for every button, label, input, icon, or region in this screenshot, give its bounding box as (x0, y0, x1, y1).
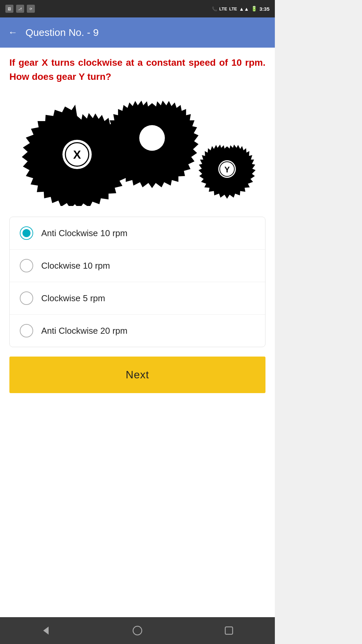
option-label-2: Clockwise 10 rpm (41, 261, 110, 271)
svg-point-5 (139, 125, 165, 151)
time-display: 3:35 (259, 6, 269, 12)
svg-point-11 (133, 626, 142, 635)
options-card: Anti Clockwise 10 rpm Clockwise 10 rpm C… (9, 217, 265, 347)
radio-button-4[interactable] (20, 324, 33, 337)
gear-svg: X Y (9, 92, 265, 206)
radio-button-3[interactable] (20, 291, 33, 305)
option-label-1: Anti Clockwise 10 rpm (41, 228, 127, 238)
gear-diagram: X Y (9, 92, 265, 206)
page-title: Question No. - 9 (25, 27, 99, 38)
photo-icon: 🖼 (5, 5, 13, 13)
call-icon: 📞 (212, 6, 217, 11)
usb-icon: ⎇ (16, 5, 24, 13)
radio-inner-1 (22, 229, 31, 237)
status-right: 📞 LTE LTE ▲▲ 🔋 3:35 (212, 6, 269, 12)
option-row-1[interactable]: Anti Clockwise 10 rpm (10, 217, 265, 250)
next-button[interactable]: Next (9, 357, 265, 393)
question-text: If gear X turns clockwise at a constant … (9, 56, 265, 84)
svg-marker-10 (43, 627, 49, 635)
svg-text:Y: Y (224, 165, 230, 174)
bottom-nav (0, 617, 275, 644)
main-content: If gear X turns clockwise at a constant … (0, 48, 275, 617)
lte-label2: LTE (229, 6, 237, 11)
sync-icon: ⟳ (27, 5, 35, 13)
back-button[interactable]: ← (8, 27, 17, 38)
header: ← Question No. - 9 (0, 17, 275, 48)
svg-rect-12 (225, 627, 233, 634)
nav-back-button[interactable] (39, 624, 53, 637)
option-row-2[interactable]: Clockwise 10 rpm (10, 250, 265, 282)
nav-recent-button[interactable] (222, 624, 236, 637)
lte-label1: LTE (219, 6, 227, 11)
svg-text:X: X (73, 148, 81, 161)
option-row-3[interactable]: Clockwise 5 rpm (10, 282, 265, 315)
radio-button-2[interactable] (20, 259, 33, 272)
nav-home-button[interactable] (131, 624, 144, 637)
radio-button-1[interactable] (20, 226, 33, 240)
option-label-4: Anti Clockwise 20 rpm (41, 326, 127, 336)
option-label-3: Clockwise 5 rpm (41, 293, 105, 304)
status-left-icons: 🖼 ⎇ ⟳ (5, 5, 35, 13)
battery-icon: 🔋 (251, 6, 257, 12)
signal-icon: ▲▲ (239, 6, 249, 12)
status-bar: 🖼 ⎇ ⟳ 📞 LTE LTE ▲▲ 🔋 3:35 (0, 0, 275, 17)
option-row-4[interactable]: Anti Clockwise 20 rpm (10, 315, 265, 347)
